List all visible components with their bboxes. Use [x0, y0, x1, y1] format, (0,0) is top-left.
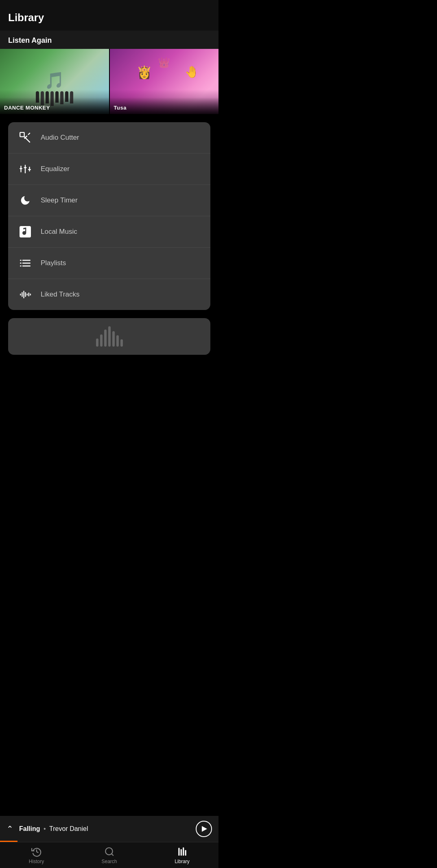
- listen-again-title: Listen Again: [8, 36, 52, 44]
- equalizer-label: Equalizer: [41, 165, 70, 173]
- svg-rect-0: [20, 132, 24, 137]
- listen-again-section: Listen Again: [0, 31, 218, 49]
- menu-item-audio-cutter[interactable]: Audio Cutter: [8, 122, 210, 154]
- svg-rect-14: [22, 263, 31, 264]
- svg-rect-5: [25, 165, 26, 174]
- menu-item-sleep-timer[interactable]: Sleep Timer: [8, 185, 210, 216]
- second-card-partial: [8, 318, 210, 355]
- svg-rect-21: [27, 294, 28, 296]
- menu-item-playlists[interactable]: Playlists: [8, 248, 210, 279]
- scissors-icon: [17, 130, 33, 146]
- page-title: Library: [8, 11, 44, 24]
- playlists-label: Playlists: [41, 259, 66, 267]
- svg-rect-12: [22, 260, 31, 261]
- sleep-timer-label: Sleep Timer: [41, 196, 78, 204]
- list-icon: [17, 255, 33, 271]
- svg-rect-23: [30, 294, 31, 296]
- svg-rect-22: [28, 292, 29, 296]
- album-item-tusa[interactable]: 👸 🤚 Tusa: [110, 49, 219, 114]
- svg-rect-8: [24, 167, 27, 168]
- album-row: DANCE MONKEY 👸 🤚 Tusa: [0, 49, 218, 114]
- liked-tracks-label: Liked Tracks: [41, 290, 79, 299]
- svg-rect-13: [20, 263, 22, 264]
- svg-rect-11: [20, 260, 22, 261]
- music-note-icon: [17, 224, 33, 240]
- svg-line-3: [28, 133, 30, 135]
- svg-rect-20: [25, 292, 26, 297]
- svg-rect-9: [28, 169, 31, 170]
- menu-item-liked-tracks[interactable]: Liked Tracks: [8, 279, 210, 310]
- album-item-dance-monkey[interactable]: DANCE MONKEY: [0, 49, 109, 114]
- album-label-dance-monkey: DANCE MONKEY: [0, 97, 109, 114]
- menu-item-equalizer[interactable]: Equalizer: [8, 154, 210, 185]
- waveform-liked-icon: [17, 286, 33, 303]
- moon-icon: [17, 192, 33, 209]
- waveform-visual: [96, 326, 123, 347]
- menu-item-local-music[interactable]: Local Music: [8, 216, 210, 248]
- svg-rect-16: [22, 266, 31, 266]
- svg-rect-19: [23, 291, 24, 299]
- audio-cutter-label: Audio Cutter: [41, 134, 79, 142]
- header: Library: [0, 0, 218, 31]
- menu-card: Audio Cutter Equalizer Sleep Timer: [8, 122, 210, 310]
- album-label-tusa: Tusa: [110, 97, 219, 114]
- local-music-label: Local Music: [41, 228, 77, 236]
- svg-rect-7: [20, 168, 22, 169]
- svg-rect-15: [20, 266, 22, 266]
- svg-rect-17: [20, 294, 21, 296]
- sliders-icon: [17, 161, 33, 177]
- svg-rect-18: [22, 292, 22, 297]
